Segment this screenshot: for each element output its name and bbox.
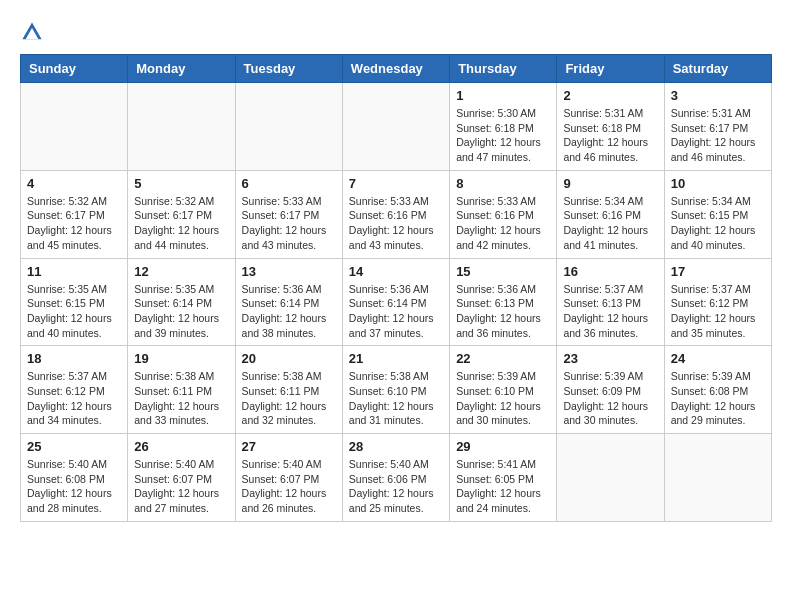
calendar-day-cell: 13Sunrise: 5:36 AM Sunset: 6:14 PM Dayli… bbox=[235, 258, 342, 346]
calendar-day-cell: 6Sunrise: 5:33 AM Sunset: 6:17 PM Daylig… bbox=[235, 170, 342, 258]
calendar-day-cell: 29Sunrise: 5:41 AM Sunset: 6:05 PM Dayli… bbox=[450, 434, 557, 522]
day-info: Sunrise: 5:32 AM Sunset: 6:17 PM Dayligh… bbox=[134, 194, 228, 253]
day-info: Sunrise: 5:37 AM Sunset: 6:12 PM Dayligh… bbox=[27, 369, 121, 428]
calendar-day-cell: 26Sunrise: 5:40 AM Sunset: 6:07 PM Dayli… bbox=[128, 434, 235, 522]
day-info: Sunrise: 5:41 AM Sunset: 6:05 PM Dayligh… bbox=[456, 457, 550, 516]
calendar-day-cell bbox=[21, 83, 128, 171]
day-number: 4 bbox=[27, 176, 121, 191]
day-info: Sunrise: 5:34 AM Sunset: 6:16 PM Dayligh… bbox=[563, 194, 657, 253]
calendar-week-row: 18Sunrise: 5:37 AM Sunset: 6:12 PM Dayli… bbox=[21, 346, 772, 434]
logo bbox=[20, 20, 48, 44]
day-number: 24 bbox=[671, 351, 765, 366]
page-header bbox=[20, 20, 772, 44]
day-info: Sunrise: 5:40 AM Sunset: 6:07 PM Dayligh… bbox=[134, 457, 228, 516]
calendar-day-cell: 2Sunrise: 5:31 AM Sunset: 6:18 PM Daylig… bbox=[557, 83, 664, 171]
day-number: 22 bbox=[456, 351, 550, 366]
day-number: 3 bbox=[671, 88, 765, 103]
calendar-day-header: Sunday bbox=[21, 55, 128, 83]
calendar-day-cell bbox=[664, 434, 771, 522]
day-info: Sunrise: 5:38 AM Sunset: 6:10 PM Dayligh… bbox=[349, 369, 443, 428]
day-number: 18 bbox=[27, 351, 121, 366]
day-number: 9 bbox=[563, 176, 657, 191]
calendar-day-cell bbox=[342, 83, 449, 171]
day-info: Sunrise: 5:36 AM Sunset: 6:13 PM Dayligh… bbox=[456, 282, 550, 341]
day-number: 29 bbox=[456, 439, 550, 454]
calendar-day-cell: 3Sunrise: 5:31 AM Sunset: 6:17 PM Daylig… bbox=[664, 83, 771, 171]
day-number: 23 bbox=[563, 351, 657, 366]
calendar-day-cell: 15Sunrise: 5:36 AM Sunset: 6:13 PM Dayli… bbox=[450, 258, 557, 346]
day-number: 19 bbox=[134, 351, 228, 366]
calendar-day-cell: 4Sunrise: 5:32 AM Sunset: 6:17 PM Daylig… bbox=[21, 170, 128, 258]
day-info: Sunrise: 5:40 AM Sunset: 6:06 PM Dayligh… bbox=[349, 457, 443, 516]
calendar-day-header: Tuesday bbox=[235, 55, 342, 83]
calendar-day-cell: 1Sunrise: 5:30 AM Sunset: 6:18 PM Daylig… bbox=[450, 83, 557, 171]
day-number: 27 bbox=[242, 439, 336, 454]
day-info: Sunrise: 5:36 AM Sunset: 6:14 PM Dayligh… bbox=[349, 282, 443, 341]
calendar-day-cell: 7Sunrise: 5:33 AM Sunset: 6:16 PM Daylig… bbox=[342, 170, 449, 258]
calendar-day-header: Monday bbox=[128, 55, 235, 83]
calendar-day-header: Wednesday bbox=[342, 55, 449, 83]
calendar-header-row: SundayMondayTuesdayWednesdayThursdayFrid… bbox=[21, 55, 772, 83]
calendar-day-cell: 18Sunrise: 5:37 AM Sunset: 6:12 PM Dayli… bbox=[21, 346, 128, 434]
calendar-day-cell: 25Sunrise: 5:40 AM Sunset: 6:08 PM Dayli… bbox=[21, 434, 128, 522]
day-info: Sunrise: 5:33 AM Sunset: 6:16 PM Dayligh… bbox=[456, 194, 550, 253]
day-number: 28 bbox=[349, 439, 443, 454]
day-info: Sunrise: 5:40 AM Sunset: 6:08 PM Dayligh… bbox=[27, 457, 121, 516]
day-number: 11 bbox=[27, 264, 121, 279]
calendar-day-header: Saturday bbox=[664, 55, 771, 83]
day-info: Sunrise: 5:30 AM Sunset: 6:18 PM Dayligh… bbox=[456, 106, 550, 165]
calendar-day-cell bbox=[235, 83, 342, 171]
day-info: Sunrise: 5:39 AM Sunset: 6:10 PM Dayligh… bbox=[456, 369, 550, 428]
day-number: 17 bbox=[671, 264, 765, 279]
calendar-week-row: 25Sunrise: 5:40 AM Sunset: 6:08 PM Dayli… bbox=[21, 434, 772, 522]
day-info: Sunrise: 5:39 AM Sunset: 6:09 PM Dayligh… bbox=[563, 369, 657, 428]
day-info: Sunrise: 5:35 AM Sunset: 6:14 PM Dayligh… bbox=[134, 282, 228, 341]
day-number: 10 bbox=[671, 176, 765, 191]
calendar-table: SundayMondayTuesdayWednesdayThursdayFrid… bbox=[20, 54, 772, 522]
calendar-day-cell: 21Sunrise: 5:38 AM Sunset: 6:10 PM Dayli… bbox=[342, 346, 449, 434]
day-info: Sunrise: 5:39 AM Sunset: 6:08 PM Dayligh… bbox=[671, 369, 765, 428]
calendar-week-row: 11Sunrise: 5:35 AM Sunset: 6:15 PM Dayli… bbox=[21, 258, 772, 346]
calendar-day-cell: 19Sunrise: 5:38 AM Sunset: 6:11 PM Dayli… bbox=[128, 346, 235, 434]
day-number: 8 bbox=[456, 176, 550, 191]
day-info: Sunrise: 5:31 AM Sunset: 6:18 PM Dayligh… bbox=[563, 106, 657, 165]
calendar-day-cell: 8Sunrise: 5:33 AM Sunset: 6:16 PM Daylig… bbox=[450, 170, 557, 258]
day-info: Sunrise: 5:38 AM Sunset: 6:11 PM Dayligh… bbox=[134, 369, 228, 428]
day-info: Sunrise: 5:38 AM Sunset: 6:11 PM Dayligh… bbox=[242, 369, 336, 428]
calendar-day-cell: 16Sunrise: 5:37 AM Sunset: 6:13 PM Dayli… bbox=[557, 258, 664, 346]
calendar-day-cell: 14Sunrise: 5:36 AM Sunset: 6:14 PM Dayli… bbox=[342, 258, 449, 346]
calendar-day-cell: 28Sunrise: 5:40 AM Sunset: 6:06 PM Dayli… bbox=[342, 434, 449, 522]
day-number: 26 bbox=[134, 439, 228, 454]
calendar-day-cell bbox=[128, 83, 235, 171]
calendar-day-cell: 24Sunrise: 5:39 AM Sunset: 6:08 PM Dayli… bbox=[664, 346, 771, 434]
calendar-day-header: Friday bbox=[557, 55, 664, 83]
day-number: 16 bbox=[563, 264, 657, 279]
calendar-day-cell: 17Sunrise: 5:37 AM Sunset: 6:12 PM Dayli… bbox=[664, 258, 771, 346]
day-info: Sunrise: 5:34 AM Sunset: 6:15 PM Dayligh… bbox=[671, 194, 765, 253]
day-info: Sunrise: 5:31 AM Sunset: 6:17 PM Dayligh… bbox=[671, 106, 765, 165]
day-number: 2 bbox=[563, 88, 657, 103]
day-number: 6 bbox=[242, 176, 336, 191]
day-number: 14 bbox=[349, 264, 443, 279]
day-number: 13 bbox=[242, 264, 336, 279]
day-info: Sunrise: 5:40 AM Sunset: 6:07 PM Dayligh… bbox=[242, 457, 336, 516]
day-number: 1 bbox=[456, 88, 550, 103]
calendar-day-cell: 10Sunrise: 5:34 AM Sunset: 6:15 PM Dayli… bbox=[664, 170, 771, 258]
calendar-day-cell: 22Sunrise: 5:39 AM Sunset: 6:10 PM Dayli… bbox=[450, 346, 557, 434]
calendar-day-cell: 23Sunrise: 5:39 AM Sunset: 6:09 PM Dayli… bbox=[557, 346, 664, 434]
calendar-day-cell: 27Sunrise: 5:40 AM Sunset: 6:07 PM Dayli… bbox=[235, 434, 342, 522]
day-number: 20 bbox=[242, 351, 336, 366]
calendar-day-cell: 12Sunrise: 5:35 AM Sunset: 6:14 PM Dayli… bbox=[128, 258, 235, 346]
calendar-day-header: Thursday bbox=[450, 55, 557, 83]
day-info: Sunrise: 5:36 AM Sunset: 6:14 PM Dayligh… bbox=[242, 282, 336, 341]
calendar-day-cell bbox=[557, 434, 664, 522]
day-number: 25 bbox=[27, 439, 121, 454]
day-number: 12 bbox=[134, 264, 228, 279]
day-number: 21 bbox=[349, 351, 443, 366]
day-number: 5 bbox=[134, 176, 228, 191]
calendar-week-row: 4Sunrise: 5:32 AM Sunset: 6:17 PM Daylig… bbox=[21, 170, 772, 258]
calendar-day-cell: 20Sunrise: 5:38 AM Sunset: 6:11 PM Dayli… bbox=[235, 346, 342, 434]
calendar-day-cell: 5Sunrise: 5:32 AM Sunset: 6:17 PM Daylig… bbox=[128, 170, 235, 258]
day-info: Sunrise: 5:35 AM Sunset: 6:15 PM Dayligh… bbox=[27, 282, 121, 341]
day-number: 7 bbox=[349, 176, 443, 191]
